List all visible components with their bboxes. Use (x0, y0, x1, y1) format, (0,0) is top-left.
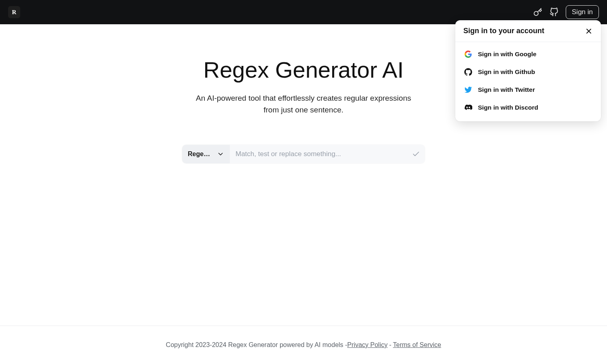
privacy-policy-link[interactable]: Privacy Policy (347, 341, 388, 349)
signin-option-google[interactable]: Sign in with Google (458, 45, 598, 63)
sign-in-button[interactable]: Sign in (566, 5, 599, 19)
signin-popup-title: Sign in to your account (463, 27, 544, 35)
check-icon (412, 150, 420, 158)
signin-option-github[interactable]: Sign in with Github (458, 63, 598, 81)
signin-options: Sign in with Google Sign in with Github … (455, 42, 601, 121)
logo-letter: R (12, 9, 17, 16)
prompt-bar: Regex o… (182, 145, 425, 163)
twitter-icon (464, 86, 472, 94)
github-icon (464, 68, 472, 76)
header-right: Sign in (533, 5, 599, 19)
mode-selector-label: Regex o… (188, 150, 213, 158)
signin-option-discord[interactable]: Sign in with Discord (458, 99, 598, 116)
key-icon[interactable] (533, 8, 542, 17)
close-icon[interactable] (585, 27, 593, 35)
footer-copyright: Copyright 2023-2024 Regex Generator powe… (166, 341, 347, 349)
signin-option-label: Sign in with Google (478, 51, 537, 58)
app-logo[interactable]: R (8, 6, 20, 18)
google-icon (464, 50, 472, 58)
chevron-down-icon (217, 150, 224, 158)
github-icon[interactable] (550, 8, 558, 17)
signin-option-label: Sign in with Discord (478, 104, 538, 111)
submit-button[interactable] (407, 145, 425, 163)
signin-popup-header: Sign in to your account (455, 20, 601, 42)
footer-separator: - (389, 341, 391, 349)
signin-option-label: Sign in with Github (478, 68, 535, 76)
page-title: Regex Generator AI (204, 57, 404, 83)
mode-selector[interactable]: Regex o… (182, 145, 230, 163)
prompt-input[interactable] (230, 145, 407, 163)
terms-of-service-link[interactable]: Terms of Service (393, 341, 441, 349)
footer: Copyright 2023-2024 Regex Generator powe… (0, 326, 607, 364)
signin-option-label: Sign in with Twitter (478, 86, 535, 93)
signin-popup: Sign in to your account Sign in with Goo… (455, 20, 601, 121)
discord-icon (464, 104, 472, 112)
page-subtitle: An AI-powered tool that effortlessly cre… (194, 93, 413, 116)
signin-option-twitter[interactable]: Sign in with Twitter (458, 81, 598, 99)
